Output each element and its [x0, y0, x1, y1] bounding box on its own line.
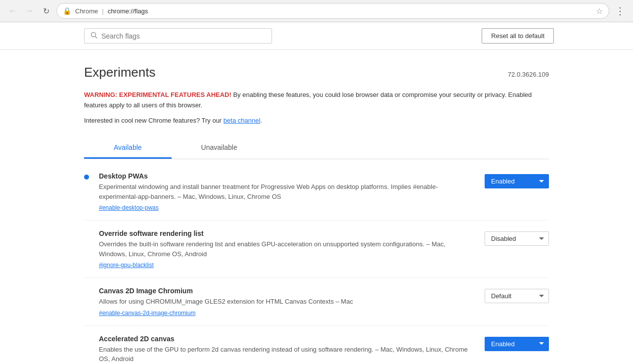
flag-link[interactable]: #enable-canvas-2d-image-chromium [99, 310, 195, 317]
flag-name: Accelerated 2D canvas [99, 335, 475, 343]
tab-unavailable[interactable]: Unavailable [172, 137, 267, 159]
flag-item: Accelerated 2D canvas Enables the use of… [84, 326, 549, 364]
main-content: Experiments 72.0.3626.109 WARNING: EXPER… [74, 50, 559, 364]
svg-line-1 [95, 37, 97, 39]
flag-description: Overrides the built-in software renderin… [99, 239, 475, 259]
flag-item: Canvas 2D Image Chromium Allows for usin… [84, 278, 549, 326]
beta-paragraph: Interested in cool new Chrome features? … [84, 116, 549, 126]
page-title-row: Experiments 72.0.3626.109 [84, 65, 549, 80]
version-text: 72.0.3626.109 [508, 71, 549, 78]
address-bar[interactable]: 🔒 Chrome | chrome://flags ☆ [56, 3, 609, 19]
flag-indicator-default [84, 337, 89, 342]
flag-name: Desktop PWAs [99, 172, 475, 180]
flag-content: Canvas 2D Image Chromium Allows for usin… [99, 287, 475, 317]
flag-name: Override software rendering list [99, 229, 475, 237]
search-container [84, 28, 272, 44]
flag-link[interactable]: #enable-desktop-pwas [99, 204, 159, 211]
back-button[interactable]: ← [6, 4, 19, 17]
flag-name: Canvas 2D Image Chromium [99, 287, 475, 295]
flag-indicator-enabled [84, 175, 89, 180]
warning-box: WARNING: EXPERIMENTAL FEATURES AHEAD! By… [84, 90, 549, 126]
browser-brand: Chrome [75, 7, 98, 15]
warning-paragraph: WARNING: EXPERIMENTAL FEATURES AHEAD! By… [84, 90, 549, 111]
beta-prefix: Interested in cool new Chrome features? … [84, 117, 224, 124]
flag-description: Allows for using CHROMIUM_image GLES2 ex… [99, 297, 475, 307]
flag-indicator-default [84, 232, 89, 237]
flag-control: Default Enabled Disabled [485, 174, 549, 188]
flag-link[interactable]: #ignore-gpu-blacklist [99, 262, 154, 269]
flag-control: Default Enabled Disabled [485, 231, 549, 246]
flag-content: Desktop PWAs Experimental windowing and … [99, 172, 475, 211]
flag-control: Default Enabled Disabled [485, 289, 549, 303]
beta-channel-link[interactable]: beta channel [224, 117, 260, 124]
reset-all-button[interactable]: Reset all to default [482, 28, 554, 44]
warning-highlight: WARNING: EXPERIMENTAL FEATURES AHEAD! [84, 91, 231, 98]
browser-menu-icon[interactable]: ⋮ [613, 3, 627, 19]
flag-select-desktop-pwas[interactable]: Default Enabled Disabled [485, 174, 549, 188]
browser-toolbar: ← → ↻ 🔒 Chrome | chrome://flags ☆ ⋮ [0, 0, 633, 22]
forward-button[interactable]: → [23, 4, 36, 17]
reload-button[interactable]: ↻ [40, 4, 52, 17]
flag-select-canvas-2d[interactable]: Default Enabled Disabled [485, 289, 549, 303]
flag-control: Default Enabled Disabled [485, 337, 549, 351]
address-separator: | [102, 7, 103, 15]
search-box [84, 28, 272, 44]
flag-select-accelerated-2d[interactable]: Default Enabled Disabled [485, 337, 549, 351]
address-url: chrome://flags [108, 7, 148, 15]
tabs-container: Available Unavailable [84, 137, 549, 159]
flags-search-bar: Reset all to default [0, 22, 633, 50]
flag-content: Accelerated 2D canvas Enables the use of… [99, 335, 475, 364]
flag-select-gpu-blacklist[interactable]: Default Enabled Disabled [485, 231, 549, 246]
search-input[interactable] [101, 32, 266, 40]
bookmark-star-icon[interactable]: ☆ [596, 6, 603, 16]
flag-item: Desktop PWAs Experimental windowing and … [84, 163, 549, 221]
search-icon [90, 32, 97, 40]
tab-available[interactable]: Available [84, 137, 172, 159]
page-title: Experiments [84, 65, 156, 80]
flag-description: Experimental windowing and install banne… [99, 182, 475, 201]
flag-item: Override software rendering list Overrid… [84, 221, 549, 278]
flag-indicator-default [84, 289, 89, 294]
beta-suffix: . [260, 117, 262, 124]
flag-content: Override software rendering list Overrid… [99, 229, 475, 269]
flags-list: Desktop PWAs Experimental windowing and … [84, 159, 549, 364]
flag-description: Enables the use of the GPU to perform 2d… [99, 345, 475, 364]
security-icon: 🔒 [63, 7, 71, 15]
